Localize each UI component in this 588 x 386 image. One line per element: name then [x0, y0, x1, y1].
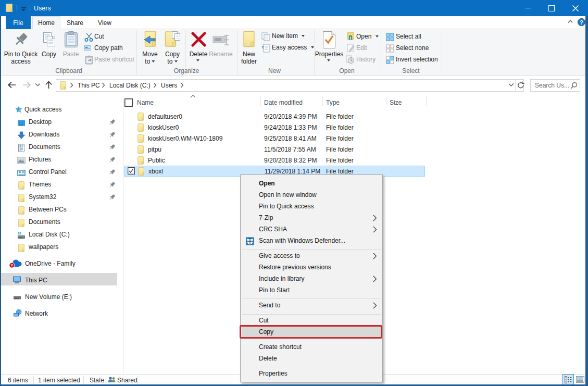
svg-text:?: ?	[580, 19, 583, 26]
